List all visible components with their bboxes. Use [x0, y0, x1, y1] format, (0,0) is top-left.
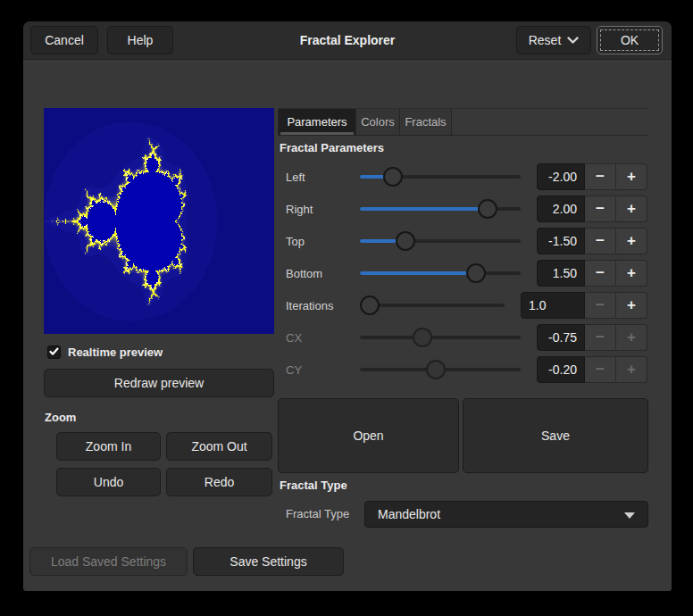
realtime-preview-label: Realtime preview	[68, 345, 163, 359]
tab-colors[interactable]: Colors	[356, 109, 400, 135]
left-value-entry[interactable]: -2.00	[537, 163, 585, 190]
zoom-section-heading: Zoom	[45, 411, 76, 424]
fractal-type-dropdown[interactable]: Mandelbrot	[364, 501, 648, 528]
slider-row-top: Top-1.50−+	[278, 228, 648, 254]
slider-rows: Left-2.00−+Right2.00−+Top-1.50−+Bottom1.…	[278, 163, 648, 388]
undo-button[interactable]: Undo	[56, 468, 161, 496]
left-increment-button[interactable]: +	[616, 163, 647, 190]
top-decrement-button[interactable]: −	[585, 228, 616, 254]
right-slider-fill	[360, 207, 488, 211]
left-decrement-button[interactable]: −	[585, 163, 616, 190]
slider-row-right: Right2.00−+	[278, 196, 648, 222]
top-slider[interactable]	[360, 228, 521, 254]
right-slider-thumb[interactable]	[478, 199, 497, 219]
tab-bar: ParametersColorsFractals	[278, 108, 648, 136]
redo-button[interactable]: Redo	[166, 468, 272, 496]
cx-slider-track	[360, 336, 521, 339]
right-decrement-button[interactable]: −	[585, 196, 616, 222]
bottom-decrement-button[interactable]: −	[585, 260, 616, 287]
top-slider-thumb[interactable]	[396, 231, 415, 251]
slider-row-bottom: Bottom1.50−+	[278, 260, 648, 287]
redraw-preview-button[interactable]: Redraw preview	[44, 369, 274, 397]
open-button[interactable]: Open	[278, 398, 459, 473]
iterations-value-entry[interactable]: 1.0	[521, 292, 585, 319]
chevron-down-icon	[567, 33, 579, 47]
load-saved-settings-button: Load Saved Settings	[29, 547, 188, 576]
cy-value-entry: -0.20	[537, 356, 585, 383]
cx-value-entry: -0.75	[537, 324, 585, 351]
cy-slider-thumb	[426, 360, 446, 379]
top-value-entry[interactable]: -1.50	[537, 228, 585, 254]
slider-row-left: Left-2.00−+	[278, 163, 648, 190]
tab-parameters[interactable]: Parameters	[278, 109, 356, 135]
cy-slider	[360, 356, 521, 383]
fractal-explorer-dialog: Cancel Help Fractal Explorer Reset OK Re…	[23, 21, 672, 591]
iterations-increment-button[interactable]: +	[616, 292, 647, 319]
cx-slider	[360, 324, 521, 351]
cx-decrement-button: −	[585, 324, 616, 351]
dropdown-arrow-icon	[624, 512, 635, 519]
bottom-slider-fill	[360, 271, 476, 275]
fractal-parameters-heading: Fractal Parameters	[280, 141, 384, 154]
slider-row-cy: CY-0.20−+	[278, 356, 648, 383]
iterations-slider-track	[360, 304, 505, 307]
cy-increment-button: +	[616, 356, 647, 383]
cy-decrement-button: −	[585, 356, 616, 383]
top-increment-button[interactable]: +	[616, 228, 647, 254]
zoom-in-button[interactable]: Zoom In	[56, 432, 161, 461]
left-label: Left	[278, 171, 352, 184]
iterations-slider-thumb[interactable]	[360, 296, 380, 315]
top-label: Top	[278, 235, 352, 248]
left-slider-thumb[interactable]	[383, 167, 403, 187]
cx-increment-button: +	[616, 324, 647, 351]
bottom-value-entry[interactable]: 1.50	[537, 260, 585, 287]
bottom-label: Bottom	[278, 267, 352, 280]
zoom-out-button[interactable]: Zoom Out	[166, 432, 272, 461]
bottom-slider[interactable]	[360, 260, 521, 287]
tab-fractals[interactable]: Fractals	[400, 109, 452, 135]
right-label: Right	[278, 203, 352, 216]
help-button[interactable]: Help	[107, 26, 173, 54]
right-slider[interactable]	[360, 196, 521, 222]
save-settings-button[interactable]: Save Settings	[193, 547, 344, 576]
save-button[interactable]: Save	[463, 398, 648, 473]
left-slider[interactable]	[360, 163, 521, 190]
right-increment-button[interactable]: +	[616, 196, 647, 222]
fractal-type-selected-value: Mandelbrot	[378, 507, 440, 521]
reset-button[interactable]: Reset	[516, 26, 591, 54]
bottom-increment-button[interactable]: +	[616, 260, 647, 287]
titlebar[interactable]: Cancel Help Fractal Explorer Reset OK	[23, 21, 672, 60]
realtime-preview-row: Realtime preview	[47, 344, 163, 360]
cy-label: CY	[278, 363, 352, 377]
iterations-decrement-button: −	[585, 292, 616, 319]
realtime-preview-checkbox[interactable]	[47, 345, 61, 359]
fractal-preview[interactable]	[44, 108, 274, 334]
right-value-entry[interactable]: 2.00	[537, 196, 585, 222]
reset-button-label: Reset	[529, 33, 562, 47]
iterations-slider[interactable]	[360, 292, 505, 319]
cancel-button[interactable]: Cancel	[30, 26, 98, 54]
slider-row-iterations: Iterations1.0−+	[278, 292, 648, 319]
bottom-slider-thumb[interactable]	[466, 263, 486, 283]
slider-row-cx: CX-0.75−+	[278, 324, 648, 351]
fractal-type-label: Fractal Type	[286, 507, 349, 520]
cx-label: CX	[278, 331, 352, 345]
cx-slider-thumb	[413, 328, 432, 347]
ok-button[interactable]: OK	[597, 26, 663, 54]
checkmark-icon	[49, 344, 59, 360]
iterations-label: Iterations	[278, 299, 352, 312]
fractal-type-heading: Fractal Type	[280, 479, 347, 492]
